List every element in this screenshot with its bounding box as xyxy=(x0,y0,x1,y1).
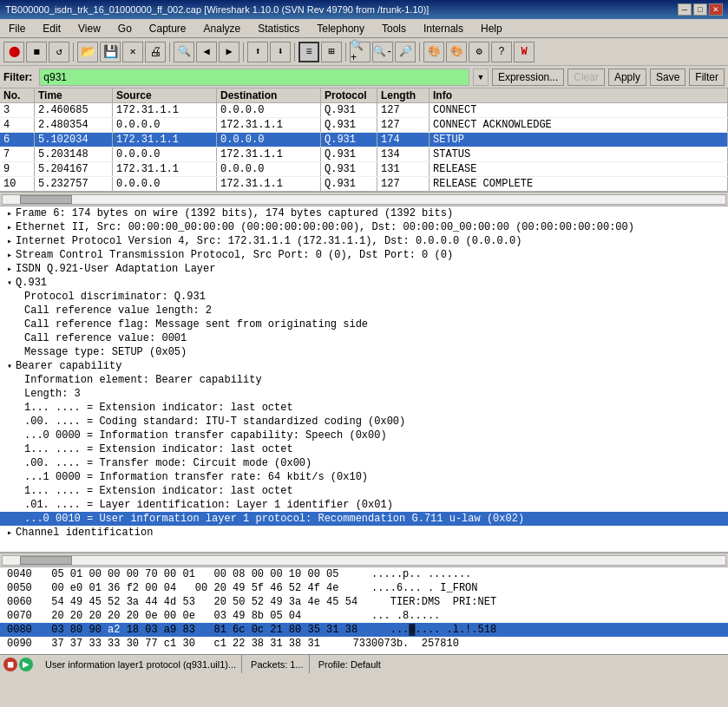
clear-button[interactable]: Clear xyxy=(567,69,605,86)
hex-row[interactable]: 0050 00 e0 01 36 f2 00 04 00 20 49 5f 46… xyxy=(0,581,728,595)
menu-view[interactable]: View xyxy=(73,21,106,36)
hex-row[interactable]: 0070 20 20 20 20 20 0e 00 0e 03 49 8b 05… xyxy=(0,609,728,623)
detail-row[interactable]: Information element: Bearer capability xyxy=(0,373,728,387)
detail-row[interactable]: Call reference flag: Message sent from o… xyxy=(0,317,728,331)
save-filter-button[interactable]: Save xyxy=(650,69,685,86)
zoom-out-button[interactable]: 🔍- xyxy=(372,42,393,62)
menu-edit[interactable]: Edit xyxy=(37,21,66,36)
filter-button[interactable]: Filter xyxy=(689,69,725,86)
find-button[interactable]: 🔍 xyxy=(174,42,194,62)
menu-go[interactable]: Go xyxy=(113,21,137,36)
view-toggle-2[interactable]: ⊞ xyxy=(321,42,342,62)
detail-row[interactable]: ▸Channel identification xyxy=(0,526,728,540)
menu-telephony[interactable]: Telephony xyxy=(312,21,370,36)
detail-row[interactable]: 1... .... = Extension indicator: last oc… xyxy=(0,401,728,415)
detail-row[interactable]: .01. .... = Layer identification: Layer … xyxy=(0,498,728,512)
packet-list-hscroll[interactable] xyxy=(0,193,728,206)
detail-hscroll-thumb[interactable] xyxy=(20,556,72,565)
col-header-no[interactable]: No. xyxy=(0,88,35,102)
filter-dropdown[interactable]: ▼ xyxy=(473,69,489,86)
help-toolbar-button[interactable]: ? xyxy=(491,42,512,62)
print-button[interactable]: 🖨 xyxy=(145,42,166,62)
menu-capture[interactable]: Capture xyxy=(144,21,192,36)
hex-row[interactable]: 0090 37 37 33 33 30 77 c1 30 c1 22 38 31… xyxy=(0,637,728,651)
col-header-length[interactable]: Length xyxy=(377,88,430,102)
maximize-button[interactable]: □ xyxy=(693,3,707,16)
open-button[interactable]: 📂 xyxy=(77,42,98,62)
detail-row[interactable]: ▸Frame 6: 174 bytes on wire (1392 bits),… xyxy=(0,206,728,220)
detail-row[interactable]: ...0 0010 = User information layer 1 pro… xyxy=(0,512,728,526)
minimize-button[interactable]: ─ xyxy=(678,3,692,16)
coloring-rules-button[interactable]: 🎨 xyxy=(446,42,467,62)
detail-row[interactable]: ...1 0000 = Information transfer rate: 6… xyxy=(0,470,728,484)
hscroll-thumb[interactable] xyxy=(20,195,72,204)
jump-first-button[interactable]: ⬆ xyxy=(247,42,268,62)
detail-row[interactable]: Message type: SETUP (0x05) xyxy=(0,345,728,359)
packet-row[interactable]: 3 2.460685 172.31.1.1 0.0.0.0 Q.931 127 … xyxy=(0,103,728,118)
hex-row[interactable]: 0060 54 49 45 52 3a 44 4d 53 20 50 52 49… xyxy=(0,595,728,609)
col-header-protocol[interactable]: Protocol xyxy=(321,88,377,102)
prev-button[interactable]: ◀ xyxy=(196,42,217,62)
detail-row[interactable]: Call reference value: 0001 xyxy=(0,331,728,345)
go-icon[interactable]: ▶ xyxy=(19,658,33,671)
hscroll-bar[interactable] xyxy=(2,194,726,205)
zoom-reset-button[interactable]: 🔎 xyxy=(395,42,416,62)
col-header-info[interactable]: Info xyxy=(430,88,728,102)
jump-last-button[interactable]: ⬇ xyxy=(270,42,291,62)
detail-row[interactable]: 1... .... = Extension indicator: last oc… xyxy=(0,484,728,498)
detail-text: Q.931 xyxy=(16,277,47,289)
close-button[interactable]: ✕ xyxy=(709,3,723,16)
close-file-button[interactable]: ✕ xyxy=(122,42,143,62)
expand-icon: ▸ xyxy=(7,527,12,538)
menu-tools[interactable]: Tools xyxy=(377,21,411,36)
packet-row[interactable]: 9 5.204167 172.31.1.1 0.0.0.0 Q.931 131 … xyxy=(0,162,728,177)
apply-button[interactable]: Apply xyxy=(608,69,646,86)
detail-row[interactable]: .00. .... = Transfer mode: Circuit mode … xyxy=(0,456,728,470)
detail-row[interactable]: ▸Internet Protocol Version 4, Src: 172.3… xyxy=(0,234,728,248)
filter-input[interactable] xyxy=(39,69,469,86)
detail-row[interactable]: ▸Stream Control Transmission Protocol, S… xyxy=(0,248,728,262)
detail-row[interactable]: ▾Bearer capability xyxy=(0,359,728,373)
detail-row[interactable]: Length: 3 xyxy=(0,387,728,401)
col-header-source[interactable]: Source xyxy=(113,88,217,102)
detail-row[interactable]: Protocol discriminator: Q.931 xyxy=(0,290,728,304)
next-button[interactable]: ▶ xyxy=(219,42,239,62)
packet-row[interactable]: 7 5.203148 0.0.0.0 172.31.1.1 Q.931 134 … xyxy=(0,147,728,162)
menu-analyze[interactable]: Analyze xyxy=(199,21,246,36)
about-button[interactable]: W xyxy=(514,42,535,62)
save-button[interactable]: 💾 xyxy=(100,42,121,62)
settings-button[interactable]: ⚙ xyxy=(469,42,489,62)
hex-row[interactable]: 0080 03 80 90 a2 18 03 a9 83 81 6c 0c 21… xyxy=(0,623,728,637)
detail-row[interactable]: ...0 0000 = Information transfer capabil… xyxy=(0,429,728,442)
expression-button[interactable]: Expression... xyxy=(492,69,564,86)
stop-capture-button[interactable]: ◼ xyxy=(26,42,47,62)
detail-row[interactable]: ▸ISDN Q.921-User Adaptation Layer xyxy=(0,262,728,276)
menu-internals[interactable]: Internals xyxy=(418,21,469,36)
zoom-in-button[interactable]: 🔍+ xyxy=(350,42,371,62)
detail-row[interactable]: .00. .... = Coding standard: ITU-T stand… xyxy=(0,415,728,429)
col-header-time[interactable]: Time xyxy=(35,88,113,102)
colorize-button[interactable]: 🎨 xyxy=(423,42,444,62)
packet-row[interactable]: 6 5.102034 172.31.1.1 0.0.0.0 Q.931 174 … xyxy=(0,133,728,147)
reload-button[interactable]: ↺ xyxy=(49,42,69,62)
view-toggle-1[interactable]: ≡ xyxy=(298,42,319,62)
start-capture-button[interactable]: ⬤ xyxy=(3,42,24,62)
detail-row[interactable]: 1... .... = Extension indicator: last oc… xyxy=(0,442,728,456)
detail-row[interactable]: Call reference value length: 2 xyxy=(0,304,728,317)
hex-ascii: 7330073b. 257810 xyxy=(352,638,458,650)
expand-icon: ▾ xyxy=(7,278,12,288)
detail-row[interactable]: ▾Q.931 xyxy=(0,276,728,290)
menu-help[interactable]: Help xyxy=(475,21,508,36)
stop-icon[interactable]: ◼ xyxy=(3,658,17,671)
detail-row[interactable]: ▸Ethernet II, Src: 00:00:00_00:00:00 (00… xyxy=(0,220,728,234)
packet-row[interactable]: 10 5.232757 0.0.0.0 172.31.1.1 Q.931 127… xyxy=(0,177,728,192)
menu-file[interactable]: File xyxy=(3,21,30,36)
hex-row[interactable]: 0040 05 01 00 00 00 70 00 01 00 08 00 00… xyxy=(0,567,728,581)
pkt-time: 2.480354 xyxy=(35,118,113,132)
menu-statistics[interactable]: Statistics xyxy=(253,21,305,36)
packet-row[interactable]: 4 2.480354 0.0.0.0 172.31.1.1 Q.931 127 … xyxy=(0,118,728,133)
col-header-destination[interactable]: Destination xyxy=(217,88,321,102)
detail-hscroll[interactable] xyxy=(0,553,728,567)
detail-hscroll-bar[interactable] xyxy=(2,555,726,566)
detail-text: Information element: Bearer capability xyxy=(24,374,262,386)
